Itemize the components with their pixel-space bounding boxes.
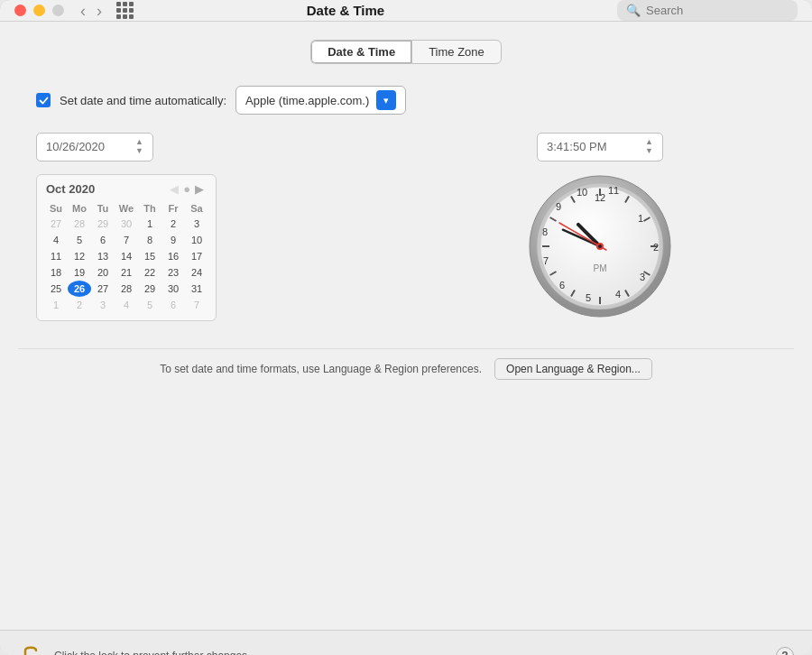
help-button[interactable]: ? (776, 647, 794, 655)
calendar-day[interactable]: 14 (115, 248, 138, 264)
svg-text:1: 1 (638, 213, 643, 224)
calendar-day[interactable]: 6 (161, 297, 185, 313)
calendar-day[interactable]: 19 (68, 264, 91, 281)
cal-header-th: Th (138, 201, 161, 216)
time-down-button[interactable]: ▼ (645, 147, 653, 156)
calendar-header: Oct 2020 ◀ ● ▶ (44, 182, 208, 196)
time-stepper[interactable]: ▲ ▼ (645, 138, 653, 156)
calendar-day[interactable]: 2 (68, 297, 91, 313)
calendar-day[interactable]: 6 (91, 232, 115, 248)
analog-clock: 12 1 2 3 4 5 6 7 8 9 10 11 PM (528, 174, 672, 318)
auto-row: Set date and time automatically: Apple (… (18, 86, 794, 115)
calendar-day[interactable]: 23 (161, 264, 185, 281)
calendar-row: 25262728293031 (44, 281, 208, 297)
calendar-grid: Su Mo Tu We Th Fr Sa 2728293012345678910… (44, 201, 208, 313)
calendar-day[interactable]: 1 (44, 297, 68, 313)
calendar-day[interactable]: 27 (91, 281, 115, 297)
cal-header-we: We (115, 201, 138, 216)
time-input[interactable]: 3:41:50 PM ▲ ▼ (537, 133, 663, 161)
calendar-next-button[interactable]: ▶ (192, 182, 207, 196)
date-input[interactable]: 10/26/2020 ▲ ▼ (36, 133, 153, 161)
calendar-day[interactable]: 21 (115, 264, 138, 281)
calendar-day[interactable]: 12 (68, 248, 91, 264)
titlebar: ‹ › Date & Time 🔍 (0, 0, 812, 22)
calendar-row: 18192021222324 (44, 264, 208, 281)
calendar-nav: ◀ ● ▶ (167, 182, 207, 196)
calendar-day[interactable]: 31 (185, 281, 208, 297)
cal-header-su: Su (44, 201, 68, 216)
svg-text:4: 4 (615, 289, 621, 300)
search-input[interactable] (646, 4, 790, 17)
search-icon: 🔍 (626, 4, 641, 17)
lock-icon[interactable] (18, 641, 43, 655)
calendar-day[interactable]: 17 (185, 248, 208, 264)
lock-bar: Click the lock to prevent further change… (0, 630, 812, 655)
calendar-day[interactable]: 30 (161, 281, 185, 297)
calendar-day[interactable]: 3 (185, 216, 208, 232)
open-language-button[interactable]: Open Language & Region... (494, 358, 652, 380)
svg-text:3: 3 (640, 272, 645, 282)
calendar-day[interactable]: 4 (44, 232, 68, 248)
calendar-day[interactable]: 11 (44, 248, 68, 264)
search-box[interactable]: 🔍 (617, 0, 798, 21)
close-button[interactable] (14, 5, 26, 16)
window-title: Date & Time (74, 3, 617, 18)
calendar-day[interactable]: 26 (68, 281, 91, 297)
svg-text:10: 10 (577, 187, 587, 198)
svg-text:11: 11 (608, 185, 619, 196)
calendar-day[interactable]: 30 (115, 216, 138, 232)
calendar-day[interactable]: 29 (138, 281, 161, 297)
calendar-day[interactable]: 15 (138, 248, 161, 264)
calendar-day[interactable]: 8 (138, 232, 161, 248)
calendar-day[interactable]: 27 (44, 216, 68, 232)
calendar-row: 1234567 (44, 297, 208, 313)
date-down-button[interactable]: ▼ (135, 147, 143, 156)
clock-side: 3:41:50 PM ▲ ▼ (424, 133, 776, 321)
calendar-day[interactable]: 13 (91, 248, 115, 264)
server-dropdown[interactable]: Apple (time.apple.com.) ▾ (235, 86, 406, 115)
calendar-day[interactable]: 3 (91, 297, 115, 313)
calendar-day[interactable]: 2 (161, 216, 185, 232)
date-stepper[interactable]: ▲ ▼ (135, 138, 143, 156)
center-dot-inner (598, 244, 602, 248)
date-value: 10/26/2020 (46, 140, 105, 153)
calendar-day[interactable]: 22 (138, 264, 161, 281)
calendar-day[interactable]: 7 (115, 232, 138, 248)
middle-section: 10/26/2020 ▲ ▼ Oct 2020 ◀ ● ▶ (18, 133, 794, 321)
calendar-row: 45678910 (44, 232, 208, 248)
bottom-text: To set date and time formats, use Langua… (160, 363, 482, 375)
bottom-bar: To set date and time formats, use Langua… (18, 348, 794, 389)
lock-text: Click the lock to prevent further change… (54, 650, 765, 655)
calendar-day[interactable]: 5 (138, 297, 161, 313)
fullscreen-button[interactable] (52, 5, 64, 16)
calendar-dot: ● (183, 182, 190, 196)
cal-header-fr: Fr (161, 201, 185, 216)
calendar-row: 27282930123 (44, 216, 208, 232)
calendar-row: 11121314151617 (44, 248, 208, 264)
svg-text:5: 5 (586, 292, 591, 303)
svg-text:6: 6 (559, 280, 565, 291)
calendar-day[interactable]: 18 (44, 264, 68, 281)
calendar-day[interactable]: 29 (91, 216, 115, 232)
calendar-day[interactable]: 20 (91, 264, 115, 281)
calendar-day[interactable]: 25 (44, 281, 68, 297)
time-value: 3:41:50 PM (547, 140, 607, 153)
calendar-prev-button[interactable]: ◀ (167, 182, 181, 196)
minimize-button[interactable] (33, 5, 45, 16)
tab-date-time[interactable]: Date & Time (310, 40, 411, 64)
calendar-day[interactable]: 1 (138, 216, 161, 232)
calendar-day[interactable]: 10 (185, 232, 208, 248)
calendar-day[interactable]: 9 (161, 232, 185, 248)
checkmark-icon (39, 96, 49, 106)
auto-checkbox[interactable] (36, 93, 51, 107)
calendar-day[interactable]: 4 (115, 297, 138, 313)
calendar-day[interactable]: 24 (185, 264, 208, 281)
svg-text:2: 2 (653, 242, 659, 253)
tab-time-zone[interactable]: Time Zone (411, 40, 502, 64)
calendar-day[interactable]: 7 (185, 297, 208, 313)
date-side: 10/26/2020 ▲ ▼ Oct 2020 ◀ ● ▶ (36, 133, 388, 321)
calendar-day[interactable]: 5 (68, 232, 91, 248)
calendar-day[interactable]: 28 (68, 216, 91, 232)
calendar-day[interactable]: 16 (161, 248, 185, 264)
calendar-day[interactable]: 28 (115, 281, 138, 297)
